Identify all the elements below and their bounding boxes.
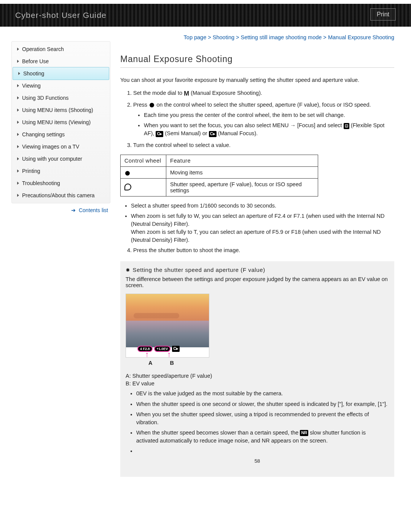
arrow-right-icon: ➔ xyxy=(71,207,76,213)
breadcrumb-link[interactable]: Top page xyxy=(184,34,207,40)
table-cell: Shutter speed, aperture (F value), focus… xyxy=(166,179,318,197)
chevron-right-icon xyxy=(17,157,19,160)
arrow-up-icon: ↑ xyxy=(167,350,171,358)
tip-bullet-empty xyxy=(136,447,389,455)
sidebar-item-label: Printing xyxy=(22,168,40,174)
header-bar: Cyber-shot User Guide Print xyxy=(0,4,411,27)
center-button-icon xyxy=(125,171,130,176)
page-number: 58 xyxy=(126,458,389,464)
chevron-right-icon xyxy=(18,72,20,75)
table-cell: Moving items xyxy=(166,167,318,179)
sidebar-item-6[interactable]: Using MENU items (Viewing) xyxy=(12,116,110,128)
sidebar-item-label: Precautions/About this camera xyxy=(22,192,95,198)
sidebar-nav: Operation SearchBefore UseShootingViewin… xyxy=(11,41,110,203)
breadcrumb: Top page > Shooting > Setting still imag… xyxy=(120,34,394,40)
chevron-right-icon xyxy=(17,109,19,112)
note-bullet: When zoom is set fully to W, you can sel… xyxy=(131,212,394,244)
sidebar-item-0[interactable]: Operation Search xyxy=(12,43,110,55)
table-cell-icon xyxy=(121,167,166,179)
table-header: Control wheel xyxy=(121,155,166,167)
manual-focus-icon: C▸ xyxy=(209,131,217,137)
def-b: B: EV value xyxy=(126,380,389,387)
def-a: A: Shutter speed/aperture (F value) xyxy=(126,373,389,379)
breadcrumb-link[interactable]: Setting still image shooting mode xyxy=(241,34,322,40)
sidebar-item-label: Using with your computer xyxy=(22,156,82,162)
sidebar-item-9[interactable]: Using with your computer xyxy=(12,153,110,165)
chevron-right-icon xyxy=(17,133,19,136)
sidebar-item-11[interactable]: Troubleshooting xyxy=(12,177,110,189)
table-header: Feature xyxy=(166,155,318,167)
sidebar-item-12[interactable]: Precautions/About this camera xyxy=(12,189,110,201)
mode-m-icon: M xyxy=(184,91,189,96)
label-a: A xyxy=(148,360,152,366)
sidebar-item-10[interactable]: Printing xyxy=(12,165,110,177)
lightbulb-icon: ✸ xyxy=(126,267,131,273)
note-text: When zoom is set fully to T, you can sel… xyxy=(131,229,381,243)
step-text: (Manual Exposure Shooting). xyxy=(191,90,262,96)
step-text: (Manual Focus). xyxy=(218,130,258,136)
contents-list-link[interactable]: ➔ Contents list xyxy=(11,203,110,214)
sidebar-item-label: Shooting xyxy=(23,70,44,77)
note-text: When zoom is set fully to W, you can sel… xyxy=(131,213,385,227)
tip-heading-text: Setting the shutter speed and aperture (… xyxy=(133,267,265,273)
table-cell-icon xyxy=(121,179,166,197)
tip-desc: The difference between the settings and … xyxy=(126,276,389,288)
sidebar-item-1[interactable]: Before Use xyxy=(12,55,110,67)
sidebar-item-7[interactable]: Changing settings xyxy=(12,128,110,141)
chevron-right-icon xyxy=(17,96,19,99)
sidebar-item-label: Viewing images on a TV xyxy=(22,144,79,150)
focus-mode-icon: C▸ xyxy=(172,346,180,352)
tip-bullet: When the shutter speed is one second or … xyxy=(136,400,389,408)
sidebar-item-4[interactable]: Using 3D Functions xyxy=(12,92,110,104)
sidebar-item-label: Using MENU items (Viewing) xyxy=(22,119,91,125)
step-2-sub-2: When you want to set the focus, you can … xyxy=(144,121,394,137)
control-wheel-icon xyxy=(124,184,131,190)
contents-list-label: Contents list xyxy=(79,207,108,213)
control-wheel-table: Control wheel Feature Moving items Shutt… xyxy=(120,155,318,197)
arrow-up-icon: ↑ xyxy=(145,350,149,358)
step-3: Turn the control wheel to select a value… xyxy=(133,141,394,149)
step-2-sub-1: Each time you press the center of the co… xyxy=(144,111,394,119)
sidebar-item-label: Using 3D Functions xyxy=(22,95,68,101)
tip-bullet: When the shutter speed becomes slower th… xyxy=(136,429,389,445)
step-text: [Focus] and select xyxy=(297,122,344,128)
chevron-right-icon xyxy=(17,60,19,63)
note-bullet: Select a shutter speed from 1/1600 secon… xyxy=(131,202,394,210)
app-title: Cyber-shot User Guide xyxy=(15,11,107,20)
sidebar-item-2[interactable]: Shooting xyxy=(13,67,109,80)
sidebar-item-label: Before Use xyxy=(22,58,49,64)
chevron-right-icon xyxy=(17,84,19,87)
sidebar-item-5[interactable]: Using MENU items (Shooting) xyxy=(12,104,110,116)
chevron-right-icon xyxy=(17,169,19,173)
sidebar-item-label: Viewing xyxy=(22,83,41,89)
tip-bullet: When you set the shutter speed slower, u… xyxy=(136,411,389,427)
breadcrumb-link: Manual Exposure Shooting xyxy=(328,34,394,40)
sidebar-item-label: Troubleshooting xyxy=(22,180,60,186)
step-2: Press on the control wheel to select the… xyxy=(133,101,394,137)
sidebar-item-label: Changing settings xyxy=(22,131,65,137)
tip-box: ✸ Setting the shutter speed and aperture… xyxy=(120,261,394,476)
step-text: on the control wheel to select the shutt… xyxy=(156,102,371,108)
screen-illustration: 4 F2.8 +1.0EV C▸ ↑ ↑ xyxy=(126,294,209,358)
chevron-right-icon xyxy=(17,121,19,124)
semi-manual-icon: C▸ xyxy=(156,131,163,137)
step-text: When you want to set the focus, you can … xyxy=(144,122,290,128)
arrow-right-icon: → xyxy=(290,122,296,128)
breadcrumb-link[interactable]: Shooting xyxy=(213,34,234,40)
step-text: (Semi Manual) or xyxy=(165,130,209,136)
step-text: Set the mode dial to xyxy=(133,90,184,96)
flexible-spot-af-icon: ⊡ xyxy=(344,123,349,129)
sidebar-item-8[interactable]: Viewing images on a TV xyxy=(12,141,110,153)
center-button-icon xyxy=(150,103,154,107)
label-b: B xyxy=(170,360,174,366)
chevron-right-icon xyxy=(17,194,19,197)
chevron-right-icon xyxy=(17,182,19,185)
chevron-right-icon xyxy=(17,145,19,148)
chevron-right-icon xyxy=(17,48,19,51)
sidebar-item-3[interactable]: Viewing xyxy=(12,80,110,92)
step-1: Set the mode dial to M (Manual Exposure … xyxy=(133,89,394,97)
steps-list: Set the mode dial to M (Manual Exposure … xyxy=(120,89,394,149)
step-4: Press the shutter button to shoot the im… xyxy=(133,246,394,254)
sidebar-item-label: Operation Search xyxy=(22,46,64,52)
print-button[interactable]: Print xyxy=(370,8,396,21)
